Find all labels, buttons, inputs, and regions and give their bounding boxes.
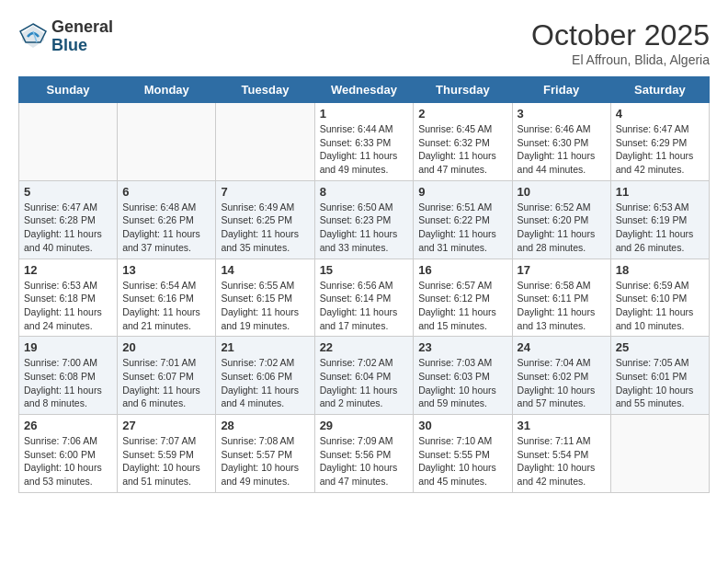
day-info: Sunrise: 6:56 AM Sunset: 6:14 PM Dayligh…	[320, 279, 409, 333]
day-info: Sunrise: 6:53 AM Sunset: 6:19 PM Dayligh…	[616, 201, 704, 255]
calendar-day-cell: 11Sunrise: 6:53 AM Sunset: 6:19 PM Dayli…	[610, 180, 709, 259]
day-number: 23	[418, 340, 506, 354]
day-info: Sunrise: 7:00 AM Sunset: 6:08 PM Dayligh…	[24, 356, 112, 410]
day-info: Sunrise: 7:04 AM Sunset: 6:02 PM Dayligh…	[518, 356, 606, 410]
day-info: Sunrise: 6:45 AM Sunset: 6:32 PM Dayligh…	[418, 122, 506, 177]
day-info: Sunrise: 6:48 AM Sunset: 6:26 PM Dayligh…	[122, 201, 210, 255]
weekday-header: Sunday	[19, 77, 118, 103]
month-title: October 2025	[531, 18, 710, 52]
day-number: 22	[320, 340, 409, 354]
day-info: Sunrise: 7:08 AM Sunset: 5:57 PM Dayligh…	[221, 434, 309, 488]
calendar-day-cell: 6Sunrise: 6:48 AM Sunset: 6:26 PM Daylig…	[118, 180, 216, 259]
day-number: 12	[24, 263, 112, 277]
weekday-header: Tuesday	[216, 77, 314, 103]
day-info: Sunrise: 6:47 AM Sunset: 6:28 PM Dayligh…	[24, 201, 112, 255]
day-info: Sunrise: 7:07 AM Sunset: 5:59 PM Dayligh…	[122, 434, 210, 488]
day-info: Sunrise: 7:10 AM Sunset: 5:55 PM Dayligh…	[418, 434, 506, 488]
calendar-day-cell	[610, 415, 709, 493]
day-info: Sunrise: 6:54 AM Sunset: 6:16 PM Dayligh…	[122, 279, 210, 333]
calendar-week-row: 1Sunrise: 6:44 AM Sunset: 6:33 PM Daylig…	[19, 103, 710, 181]
calendar-week-row: 12Sunrise: 6:53 AM Sunset: 6:18 PM Dayli…	[19, 259, 710, 337]
logo-icon	[18, 22, 48, 52]
page-header: General Blue October 2025 El Affroun, Bl…	[18, 18, 710, 67]
day-number: 6	[122, 185, 210, 199]
day-number: 2	[418, 107, 506, 121]
day-number: 16	[418, 263, 506, 277]
day-info: Sunrise: 7:05 AM Sunset: 6:01 PM Dayligh…	[616, 356, 704, 410]
day-info: Sunrise: 7:09 AM Sunset: 5:56 PM Dayligh…	[320, 434, 409, 488]
day-info: Sunrise: 6:47 AM Sunset: 6:29 PM Dayligh…	[616, 122, 704, 177]
calendar-day-cell: 2Sunrise: 6:45 AM Sunset: 6:32 PM Daylig…	[414, 103, 512, 181]
calendar-day-cell: 21Sunrise: 7:02 AM Sunset: 6:06 PM Dayli…	[216, 337, 314, 415]
calendar-day-cell: 20Sunrise: 7:01 AM Sunset: 6:07 PM Dayli…	[118, 337, 216, 415]
weekday-header: Friday	[512, 77, 610, 103]
day-number: 28	[221, 419, 309, 432]
day-number: 8	[320, 185, 409, 199]
day-number: 14	[221, 263, 309, 277]
calendar-day-cell: 8Sunrise: 6:50 AM Sunset: 6:23 PM Daylig…	[314, 180, 414, 259]
day-number: 27	[122, 419, 210, 432]
calendar-day-cell: 17Sunrise: 6:58 AM Sunset: 6:11 PM Dayli…	[512, 259, 610, 337]
day-number: 9	[418, 185, 506, 199]
day-info: Sunrise: 6:53 AM Sunset: 6:18 PM Dayligh…	[24, 279, 112, 333]
day-number: 13	[122, 263, 210, 277]
calendar-day-cell: 29Sunrise: 7:09 AM Sunset: 5:56 PM Dayli…	[314, 415, 414, 493]
day-number: 17	[518, 263, 606, 277]
calendar-day-cell: 28Sunrise: 7:08 AM Sunset: 5:57 PM Dayli…	[216, 415, 314, 493]
day-number: 26	[24, 419, 112, 432]
day-number: 11	[616, 185, 704, 199]
calendar-day-cell: 18Sunrise: 6:59 AM Sunset: 6:10 PM Dayli…	[610, 259, 709, 337]
calendar-day-cell: 13Sunrise: 6:54 AM Sunset: 6:16 PM Dayli…	[118, 259, 216, 337]
calendar-day-cell: 22Sunrise: 7:02 AM Sunset: 6:04 PM Dayli…	[314, 337, 414, 415]
calendar-day-cell: 9Sunrise: 6:51 AM Sunset: 6:22 PM Daylig…	[414, 180, 512, 259]
weekday-header: Monday	[118, 77, 216, 103]
calendar-day-cell: 15Sunrise: 6:56 AM Sunset: 6:14 PM Dayli…	[314, 259, 414, 337]
day-number: 15	[320, 263, 409, 277]
calendar-day-cell	[19, 103, 118, 181]
day-number: 19	[24, 340, 112, 354]
calendar-day-cell: 26Sunrise: 7:06 AM Sunset: 6:00 PM Dayli…	[19, 415, 118, 493]
calendar-day-cell: 12Sunrise: 6:53 AM Sunset: 6:18 PM Dayli…	[19, 259, 118, 337]
day-info: Sunrise: 7:03 AM Sunset: 6:03 PM Dayligh…	[418, 356, 506, 410]
weekday-header: Thursday	[414, 77, 512, 103]
calendar-day-cell: 7Sunrise: 6:49 AM Sunset: 6:25 PM Daylig…	[216, 180, 314, 259]
calendar-day-cell: 5Sunrise: 6:47 AM Sunset: 6:28 PM Daylig…	[19, 180, 118, 259]
logo-general-text: General	[51, 18, 113, 37]
day-number: 18	[616, 263, 704, 277]
calendar-day-cell: 16Sunrise: 6:57 AM Sunset: 6:12 PM Dayli…	[414, 259, 512, 337]
weekday-header: Wednesday	[314, 77, 414, 103]
logo-blue-text: Blue	[51, 37, 113, 55]
day-info: Sunrise: 6:50 AM Sunset: 6:23 PM Dayligh…	[320, 201, 409, 255]
day-info: Sunrise: 7:01 AM Sunset: 6:07 PM Dayligh…	[122, 356, 210, 410]
day-info: Sunrise: 6:44 AM Sunset: 6:33 PM Dayligh…	[320, 122, 409, 177]
day-number: 7	[221, 185, 309, 199]
calendar-day-cell: 30Sunrise: 7:10 AM Sunset: 5:55 PM Dayli…	[414, 415, 512, 493]
calendar-day-cell: 4Sunrise: 6:47 AM Sunset: 6:29 PM Daylig…	[610, 103, 709, 181]
day-info: Sunrise: 7:06 AM Sunset: 6:00 PM Dayligh…	[24, 434, 112, 488]
day-number: 10	[518, 185, 606, 199]
calendar-day-cell	[216, 103, 314, 181]
calendar-day-cell: 14Sunrise: 6:55 AM Sunset: 6:15 PM Dayli…	[216, 259, 314, 337]
calendar-day-cell: 1Sunrise: 6:44 AM Sunset: 6:33 PM Daylig…	[314, 103, 414, 181]
day-info: Sunrise: 6:55 AM Sunset: 6:15 PM Dayligh…	[221, 279, 309, 333]
day-info: Sunrise: 6:57 AM Sunset: 6:12 PM Dayligh…	[418, 279, 506, 333]
day-number: 24	[518, 340, 606, 354]
title-area: October 2025 El Affroun, Blida, Algeria	[531, 18, 710, 67]
weekday-header: Saturday	[610, 77, 709, 103]
calendar-day-cell: 3Sunrise: 6:46 AM Sunset: 6:30 PM Daylig…	[512, 103, 610, 181]
day-number: 29	[320, 419, 409, 432]
day-info: Sunrise: 6:58 AM Sunset: 6:11 PM Dayligh…	[518, 279, 606, 333]
calendar-day-cell: 27Sunrise: 7:07 AM Sunset: 5:59 PM Dayli…	[118, 415, 216, 493]
calendar-table: SundayMondayTuesdayWednesdayThursdayFrid…	[18, 76, 710, 493]
calendar-day-cell: 10Sunrise: 6:52 AM Sunset: 6:20 PM Dayli…	[512, 180, 610, 259]
calendar-day-cell: 23Sunrise: 7:03 AM Sunset: 6:03 PM Dayli…	[414, 337, 512, 415]
day-number: 20	[122, 340, 210, 354]
calendar-week-row: 19Sunrise: 7:00 AM Sunset: 6:08 PM Dayli…	[19, 337, 710, 415]
day-info: Sunrise: 7:02 AM Sunset: 6:06 PM Dayligh…	[221, 356, 309, 410]
day-number: 3	[518, 107, 606, 121]
day-number: 25	[616, 340, 704, 354]
day-number: 21	[221, 340, 309, 354]
calendar-header-row: SundayMondayTuesdayWednesdayThursdayFrid…	[19, 77, 710, 103]
calendar-day-cell: 19Sunrise: 7:00 AM Sunset: 6:08 PM Dayli…	[19, 337, 118, 415]
calendar-day-cell	[118, 103, 216, 181]
